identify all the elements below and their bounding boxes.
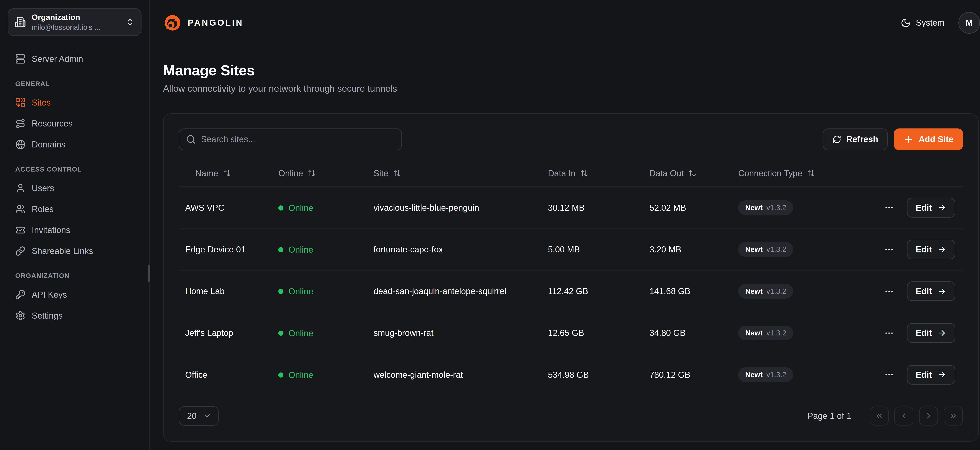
table-head: NameOnlineSiteData InData OutConnection … — [179, 160, 963, 187]
sidebar-item-settings[interactable]: Settings — [8, 306, 142, 326]
status-label: Online — [288, 370, 313, 380]
cell-connection-type: Newtv1.3.2 — [731, 187, 870, 228]
row-menu-button[interactable] — [882, 201, 896, 215]
sort-arrows-icon — [393, 169, 401, 177]
table-row-aws-vpc: AWS VPCOnlinevivacious-little-blue-pengu… — [179, 187, 963, 228]
user-icon — [15, 183, 25, 193]
connection-version: v1.3.2 — [766, 371, 786, 379]
edit-button[interactable]: Edit — [907, 323, 955, 343]
sort-control[interactable]: Data In — [548, 168, 589, 178]
cell-data-in: 5.00 MB — [540, 228, 642, 270]
add-site-label: Add Site — [919, 134, 953, 144]
column-header-data-out: Data Out — [642, 160, 731, 187]
sidebar: Organization milo@fossorial.io's ... Ser… — [0, 0, 150, 450]
column-label: Name — [195, 168, 218, 178]
cell-actions: Edit — [870, 228, 963, 270]
sidebar-item-invitations[interactable]: Invitations — [8, 220, 142, 240]
avatar[interactable]: M — [958, 12, 980, 33]
table-body: AWS VPCOnlinevivacious-little-blue-pengu… — [179, 187, 963, 395]
cell-site: smug-brown-rat — [366, 312, 540, 354]
connection-client: Newt — [745, 287, 763, 295]
status-badge: Online — [278, 370, 313, 380]
sort-arrows-icon — [307, 169, 316, 177]
sort-control[interactable]: Connection Type — [738, 168, 815, 178]
sidebar-item-shareable-links[interactable]: Shareable Links — [8, 241, 142, 261]
top-right: System M — [900, 12, 980, 33]
status-label: Online — [288, 328, 313, 338]
cell-connection-type: Newtv1.3.2 — [731, 312, 870, 354]
connection-version: v1.3.2 — [766, 245, 786, 254]
combine-icon — [15, 98, 25, 108]
cell-online: Online — [271, 187, 366, 228]
org-selector-value: milo@fossorial.io's ... — [32, 22, 120, 32]
sidebar-item-domains[interactable]: Domains — [8, 134, 142, 155]
status-label: Online — [288, 287, 313, 296]
page-subtitle: Allow connectivity to your network throu… — [163, 83, 979, 94]
next-page-button[interactable] — [919, 407, 938, 426]
sort-control[interactable]: Online — [278, 168, 316, 178]
sidebar-item-users[interactable]: Users — [8, 178, 142, 198]
column-header-connection-type: Connection Type — [731, 160, 870, 187]
brand-name: PANGOLIN — [188, 18, 243, 28]
sidebar-section-label-organization: ORGANIZATION — [15, 272, 134, 279]
route-icon — [15, 119, 25, 129]
search-input[interactable] — [179, 128, 402, 150]
row-menu-button[interactable] — [882, 242, 896, 256]
edit-button[interactable]: Edit — [907, 281, 955, 301]
row-menu-button[interactable] — [882, 284, 896, 298]
theme-toggle[interactable]: System — [900, 18, 944, 28]
cell-data-out: 3.20 MB — [642, 228, 731, 270]
sidebar-item-roles[interactable]: Roles — [8, 199, 142, 219]
row-menu-button[interactable] — [882, 326, 896, 340]
row-menu-button[interactable] — [882, 368, 896, 382]
key-icon — [15, 290, 25, 300]
plus-icon — [904, 134, 913, 144]
sort-control[interactable]: Name — [195, 168, 231, 178]
first-page-button[interactable] — [870, 407, 889, 426]
status-label: Online — [288, 203, 313, 213]
prev-page-button[interactable] — [894, 407, 913, 426]
column-header-online: Online — [271, 160, 366, 187]
sidebar-item-resources[interactable]: Resources — [8, 113, 142, 134]
chevrons-left-icon — [875, 411, 884, 420]
sort-control[interactable]: Data Out — [649, 168, 696, 178]
ticket-check-icon — [15, 225, 25, 235]
column-label: Data In — [548, 168, 576, 178]
edit-button[interactable]: Edit — [907, 240, 955, 259]
pager: Page 1 of 1 — [808, 407, 963, 426]
refresh-button[interactable]: Refresh — [823, 128, 888, 150]
cell-data-in: 30.12 MB — [540, 187, 642, 228]
card-toolbar: Refresh Add Site — [179, 128, 963, 150]
edit-button[interactable]: Edit — [907, 365, 955, 385]
sidebar-item-api-keys[interactable]: API Keys — [8, 285, 142, 305]
online-dot-icon — [278, 205, 283, 211]
page-size-select[interactable]: 20 — [179, 406, 218, 426]
sidebar-item-label: Roles — [32, 204, 54, 214]
cell-actions: Edit — [870, 354, 963, 395]
page-size-value: 20 — [187, 411, 197, 421]
cell-data-out: 780.12 GB — [642, 354, 731, 395]
ellipsis-icon — [884, 370, 894, 380]
arrow-right-icon — [937, 329, 946, 338]
status-badge: Online — [278, 328, 313, 338]
table-row-office: OfficeOnlinewelcome-giant-mole-rat534.98… — [179, 354, 963, 395]
org-selector-label: Organization — [32, 12, 120, 22]
column-header-data-in: Data In — [540, 160, 642, 187]
sidebar-item-sites[interactable]: Sites — [8, 93, 142, 113]
edit-button[interactable]: Edit — [907, 198, 955, 217]
arrow-right-icon — [937, 245, 946, 254]
column-label: Data Out — [649, 168, 684, 178]
chevron-down-icon — [203, 411, 212, 420]
table-row-home-lab: Home LabOnlinedead-san-joaquin-antelope-… — [179, 271, 963, 312]
sidebar-nav: Server AdminGENERALSitesResourcesDomains… — [8, 49, 142, 326]
connection-client: Newt — [745, 245, 763, 254]
sidebar-scrollbar[interactable] — [148, 265, 150, 282]
sort-control[interactable]: Site — [374, 168, 401, 178]
app-root: Organization milo@fossorial.io's ... Ser… — [0, 0, 980, 450]
add-site-button[interactable]: Add Site — [894, 128, 963, 150]
connection-client: Newt — [745, 329, 763, 337]
org-selector[interactable]: Organization milo@fossorial.io's ... — [8, 8, 142, 36]
search-box — [179, 128, 402, 150]
last-page-button[interactable] — [944, 407, 963, 426]
sidebar-item-server-admin[interactable]: Server Admin — [8, 49, 142, 69]
